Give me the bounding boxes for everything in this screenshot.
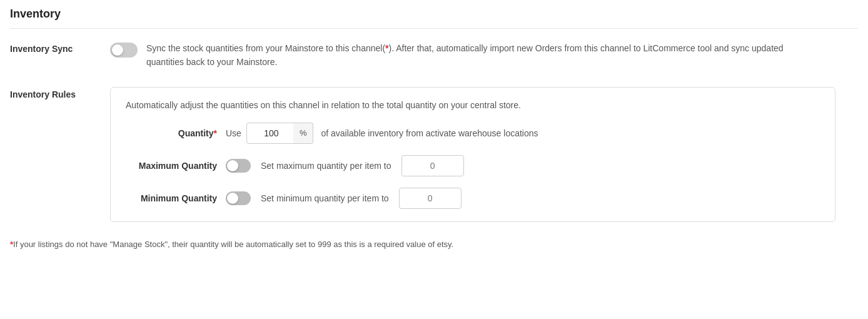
min-set-text: Set minimum quantity per item to bbox=[261, 193, 389, 203]
use-label: Use bbox=[226, 128, 241, 138]
section-title: Inventory bbox=[10, 8, 858, 29]
sync-description: Sync the stock quantities from your Main… bbox=[146, 41, 803, 69]
footnote-text: If your listings do not have "Manage Sto… bbox=[13, 240, 453, 249]
percent-badge: % bbox=[293, 123, 314, 144]
inventory-sync-label: Inventory Sync bbox=[10, 41, 110, 54]
quantity-value-input[interactable] bbox=[246, 123, 296, 144]
max-quantity-toggle[interactable] bbox=[226, 159, 251, 173]
inventory-rules-row: Inventory Rules Automatically adjust the… bbox=[10, 87, 858, 222]
max-quantity-input[interactable] bbox=[401, 155, 464, 176]
quantity-rule-row: Quantity* Use % of available inventory f… bbox=[126, 123, 820, 144]
page-container: Inventory Inventory Sync Sync the stock … bbox=[0, 0, 868, 256]
min-quantity-toggle[interactable] bbox=[226, 191, 251, 205]
quantity-label: Quantity* bbox=[126, 128, 226, 138]
max-quantity-label: Maximum Quantity bbox=[126, 161, 226, 171]
quantity-suffix: of available inventory from activate war… bbox=[321, 128, 538, 138]
max-toggle-track bbox=[226, 159, 251, 173]
inventory-sync-toggle[interactable] bbox=[110, 43, 138, 58]
max-set-text: Set maximum quantity per item to bbox=[261, 161, 391, 171]
inventory-rules-content: Automatically adjust the quantities on t… bbox=[110, 87, 858, 222]
min-quantity-controls: Set minimum quantity per item to bbox=[226, 188, 462, 209]
toggle-thumb bbox=[112, 44, 123, 56]
inventory-sync-row: Inventory Sync Sync the stock quantities… bbox=[10, 41, 858, 69]
quantity-controls: Use % of available inventory from activa… bbox=[226, 123, 538, 144]
percent-input-group: % bbox=[246, 123, 314, 144]
min-quantity-label: Minimum Quantity bbox=[126, 193, 226, 203]
min-toggle-track bbox=[226, 191, 251, 205]
max-quantity-rule-row: Maximum Quantity Set maximum quantity pe… bbox=[126, 155, 820, 176]
rules-description: Automatically adjust the quantities on t… bbox=[126, 100, 820, 110]
max-toggle-thumb bbox=[227, 160, 238, 171]
min-quantity-input[interactable] bbox=[399, 188, 462, 209]
min-toggle-thumb bbox=[227, 193, 238, 204]
min-quantity-rule-row: Minimum Quantity Set minimum quantity pe… bbox=[126, 188, 820, 209]
inventory-rules-label: Inventory Rules bbox=[10, 87, 110, 99]
inventory-sync-content: Sync the stock quantities from your Main… bbox=[110, 41, 858, 69]
toggle-track bbox=[110, 43, 138, 58]
quantity-required: * bbox=[214, 128, 217, 138]
sync-desc-before: Sync the stock quantities from your Main… bbox=[146, 43, 385, 53]
footnote: *If your listings do not have "Manage St… bbox=[10, 240, 858, 249]
inventory-rules-box: Automatically adjust the quantities on t… bbox=[110, 87, 835, 222]
max-quantity-controls: Set maximum quantity per item to bbox=[226, 155, 464, 176]
